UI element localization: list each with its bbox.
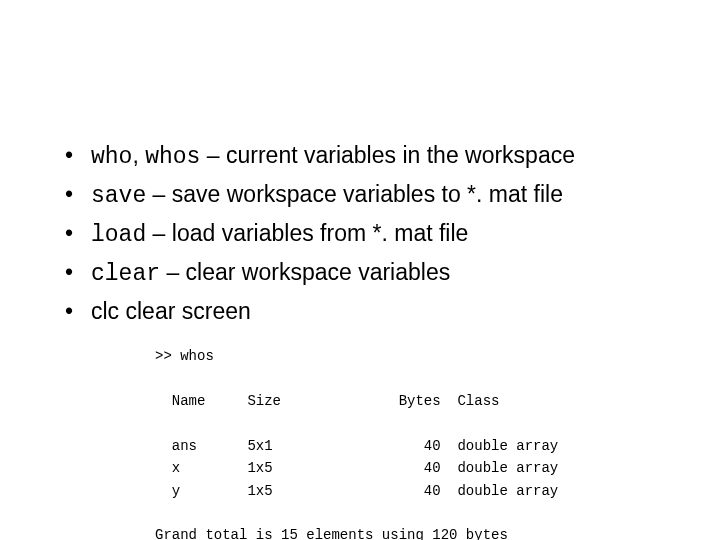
- command-text: save: [91, 183, 146, 209]
- bullet-description: clc clear screen: [91, 298, 251, 324]
- slide: who, whos – current variables in the wor…: [0, 0, 720, 540]
- bullet-item: save – save workspace variables to *. ma…: [65, 179, 680, 212]
- command-text: load: [91, 222, 146, 248]
- bullet-description: – current variables in the workspace: [200, 142, 575, 168]
- bullet-description: – load variables from *. mat file: [146, 220, 468, 246]
- bullet-item: who, whos – current variables in the wor…: [65, 140, 680, 173]
- command-text: whos: [145, 144, 200, 170]
- bullet-item: load – load variables from *. mat file: [65, 218, 680, 251]
- bullet-item: clc clear screen: [65, 296, 680, 327]
- bullet-list: who, whos – current variables in the wor…: [65, 140, 680, 327]
- separator: ,: [132, 142, 145, 168]
- command-text: who: [91, 144, 132, 170]
- bullet-description: – save workspace variables to *. mat fil…: [146, 181, 563, 207]
- bullet-item: clear – clear workspace variables: [65, 257, 680, 290]
- command-text: clear: [91, 261, 160, 287]
- terminal-output: >> whos Name Size Bytes Class ans 5x1 40…: [155, 345, 680, 540]
- bullet-description: – clear workspace variables: [160, 259, 450, 285]
